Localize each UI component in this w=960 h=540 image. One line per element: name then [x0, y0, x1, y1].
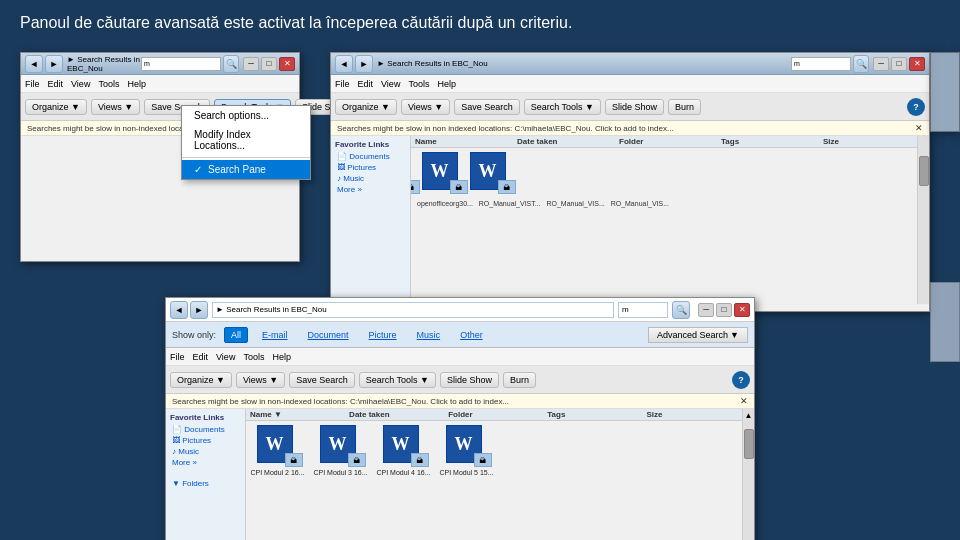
col-name-tr[interactable]: Name [415, 137, 517, 146]
col-folder-tr[interactable]: Folder [619, 137, 721, 146]
btn-burn-b[interactable]: Burn [503, 372, 536, 388]
close-button[interactable]: ✕ [279, 57, 295, 71]
back-btn-tr[interactable]: ◄ [335, 55, 353, 73]
menu-file-tr[interactable]: File [335, 79, 350, 89]
warning-close-b[interactable]: ✕ [740, 396, 748, 406]
forward-btn-tr[interactable]: ► [355, 55, 373, 73]
ctx-modify-index[interactable]: Modify Index Locations... [182, 125, 310, 155]
filter-music[interactable]: Music [411, 328, 447, 342]
scroll-up-b[interactable]: ▲ [745, 411, 753, 420]
sidebar-documents-tr[interactable]: 📄 Documents [335, 151, 406, 162]
address-path-b[interactable]: ► Search Results in EBC_Nou [212, 302, 614, 318]
maximize-btn-b[interactable]: □ [716, 303, 732, 317]
btn-organize[interactable]: Organize ▼ [25, 99, 87, 115]
titlebar-top-left[interactable]: ◄ ► ► Search Results in EBC_Nou m 🔍 ─ □ … [21, 53, 299, 75]
search-go-btn-tr[interactable]: 🔍 [853, 55, 869, 73]
maximize-button[interactable]: □ [261, 57, 277, 71]
btn-search-tools-tr[interactable]: Search Tools ▼ [524, 99, 601, 115]
nav-buttons[interactable]: ◄ ► [25, 55, 63, 73]
advanced-search-button[interactable]: Advanced Search ▼ [648, 327, 748, 343]
col-date-tr[interactable]: Date taken [517, 137, 619, 146]
forward-button[interactable]: ► [45, 55, 63, 73]
menu-view-b[interactable]: View [216, 352, 235, 362]
menu-tools-tr[interactable]: Tools [408, 79, 429, 89]
sidebar-docs-b[interactable]: 📄 Documents [170, 424, 241, 435]
filter-picture[interactable]: Picture [363, 328, 403, 342]
window-controls[interactable]: ─ □ ✕ [243, 57, 295, 71]
search-box-top-left[interactable]: m [141, 57, 221, 71]
scrollbar-b[interactable]: ▲ ▼ [742, 409, 754, 540]
menu-view[interactable]: View [71, 79, 90, 89]
minimize-btn-tr[interactable]: ─ [873, 57, 889, 71]
menu-help[interactable]: Help [127, 79, 146, 89]
search-box-b[interactable]: m [618, 302, 668, 318]
close-btn-b[interactable]: ✕ [734, 303, 750, 317]
minimize-btn-b[interactable]: ─ [698, 303, 714, 317]
nav-buttons-tr[interactable]: ◄ ► [335, 55, 373, 73]
btn-views-b[interactable]: Views ▼ [236, 372, 285, 388]
menu-file[interactable]: File [25, 79, 40, 89]
btn-burn-tr[interactable]: Burn [668, 99, 701, 115]
sidebar-more-b[interactable]: More » [170, 457, 241, 468]
sidebar-pictures-tr[interactable]: 🖼 Pictures [335, 162, 406, 173]
help-button-b[interactable]: ? [732, 371, 750, 389]
menu-file-b[interactable]: File [170, 352, 185, 362]
file-cpi5[interactable]: W 🏔 CPI Modul 5 15... [439, 425, 494, 476]
scroll-thumb-b[interactable] [744, 429, 754, 459]
help-button-tr[interactable]: ? [907, 98, 925, 116]
back-btn-b[interactable]: ◄ [170, 301, 188, 319]
menu-edit-b[interactable]: Edit [193, 352, 209, 362]
sidebar-more-tr[interactable]: More » [335, 184, 406, 195]
btn-save-search-b[interactable]: Save Search [289, 372, 355, 388]
menu-edit[interactable]: Edit [48, 79, 64, 89]
col-size-b[interactable]: Size [646, 410, 745, 419]
scrollbar-tr[interactable] [917, 136, 929, 304]
menu-help-tr[interactable]: Help [437, 79, 456, 89]
sidebar-pics-b[interactable]: 🖼 Pictures [170, 435, 241, 446]
col-size-tr[interactable]: Size [823, 137, 925, 146]
file-cpi2[interactable]: W 🏔 CPI Modul 2 16... [250, 425, 305, 476]
minimize-button[interactable]: ─ [243, 57, 259, 71]
nav-bottom[interactable]: ◄ ► [170, 301, 208, 319]
close-btn-tr[interactable]: ✕ [909, 57, 925, 71]
ctx-search-options[interactable]: Search options... [182, 106, 310, 125]
menu-tools-b[interactable]: Tools [243, 352, 264, 362]
btn-views-tr[interactable]: Views ▼ [401, 99, 450, 115]
btn-organize-b[interactable]: Organize ▼ [170, 372, 232, 388]
col-folder-b[interactable]: Folder [448, 410, 547, 419]
btn-slideshow-tr[interactable]: Slide Show [605, 99, 664, 115]
filter-all[interactable]: All [224, 327, 248, 343]
search-go-button[interactable]: 🔍 [223, 55, 239, 73]
file-cpi4[interactable]: W 🏔 CPI Modul 4 16... [376, 425, 431, 476]
sidebar-music-tr[interactable]: ♪ Music [335, 173, 406, 184]
maximize-btn-tr[interactable]: □ [891, 57, 907, 71]
menu-tools[interactable]: Tools [98, 79, 119, 89]
forward-btn-b[interactable]: ► [190, 301, 208, 319]
btn-search-tools-b[interactable]: Search Tools ▼ [359, 372, 436, 388]
btn-save-search-tr[interactable]: Save Search [454, 99, 520, 115]
col-tags-b[interactable]: Tags [547, 410, 646, 419]
scroll-thumb-tr[interactable] [919, 156, 929, 186]
filter-document[interactable]: Document [302, 328, 355, 342]
filter-other[interactable]: Other [454, 328, 489, 342]
btn-views[interactable]: Views ▼ [91, 99, 140, 115]
search-box-tr[interactable]: m [791, 57, 851, 71]
window-controls-tr[interactable]: ─ □ ✕ [873, 57, 925, 71]
file-item-1-tr[interactable]: W 🏔 W 🏔 W 🏔 [415, 152, 470, 194]
col-name-b[interactable]: Name ▼ [250, 410, 349, 419]
file-cpi3[interactable]: W 🏔 CPI Modul 3 16... [313, 425, 368, 476]
menu-help-b[interactable]: Help [272, 352, 291, 362]
col-date-b[interactable]: Date taken [349, 410, 448, 419]
col-tags-tr[interactable]: Tags [721, 137, 823, 146]
menu-view-tr[interactable]: View [381, 79, 400, 89]
ctx-search-pane[interactable]: ✓ Search Pane [182, 160, 310, 179]
warning-close-tr[interactable]: ✕ [915, 123, 923, 133]
search-go-b[interactable]: 🔍 [672, 301, 690, 319]
sidebar-folders-b[interactable]: ▼ Folders [170, 478, 241, 489]
sidebar-music-b[interactable]: ♪ Music [170, 446, 241, 457]
back-button[interactable]: ◄ [25, 55, 43, 73]
titlebar-top-right[interactable]: ◄ ► ► Search Results in EBC_Nou m 🔍 ─ □ … [331, 53, 929, 75]
filter-email[interactable]: E-mail [256, 328, 294, 342]
btn-slideshow-b[interactable]: Slide Show [440, 372, 499, 388]
menu-edit-tr[interactable]: Edit [358, 79, 374, 89]
